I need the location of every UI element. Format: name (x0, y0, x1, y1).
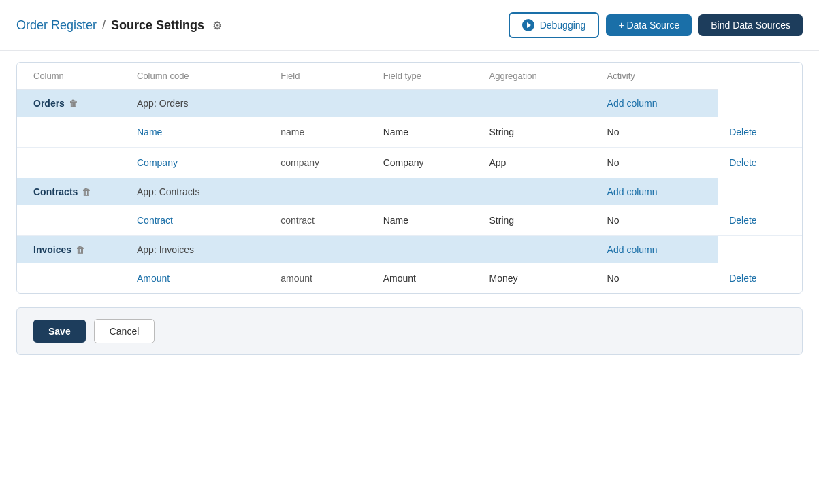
play-icon (522, 19, 534, 31)
table-row: Name name Name String No Delete (17, 117, 802, 148)
add-column-link[interactable]: Add column (607, 186, 658, 197)
column-name[interactable]: Name (137, 127, 162, 137)
column-name[interactable]: Contract (137, 215, 173, 226)
debugging-label: Debugging (540, 20, 586, 31)
aggregation-value: No (596, 263, 719, 293)
group-name: Contracts🗑 (33, 186, 115, 197)
delete-link[interactable]: Delete (729, 157, 756, 168)
add-data-source-button[interactable]: + Data Source (606, 14, 692, 36)
field-type-value: Money (479, 263, 596, 293)
breadcrumb: Order Register / Source Settings ⚙ (16, 18, 222, 33)
table-row: Amount amount Amount Money No Delete (17, 263, 802, 293)
group-row: Orders🗑 App: Orders Add column (17, 90, 802, 118)
group-delete-icon[interactable]: 🗑 (82, 187, 91, 197)
add-column-link[interactable]: Add column (607, 98, 658, 109)
field-value: Name (372, 117, 479, 148)
field-type-value: App (479, 148, 596, 178)
group-name: Invoices🗑 (33, 244, 115, 255)
bind-data-sources-button[interactable]: Bind Data Sources (698, 14, 803, 36)
delete-link[interactable]: Delete (729, 215, 756, 226)
column-code: name (270, 117, 372, 148)
field-value: Amount (372, 263, 479, 293)
add-column-link[interactable]: Add column (607, 244, 658, 255)
breadcrumb-app[interactable]: Order Register (16, 18, 97, 33)
delete-link[interactable]: Delete (729, 273, 756, 284)
col-header-field-type: Field type (372, 63, 479, 90)
footer-bar: Save Cancel (16, 307, 803, 355)
column-code: contract (270, 205, 372, 236)
group-app-label: App: Invoices (126, 236, 270, 264)
group-delete-icon[interactable]: 🗑 (69, 99, 78, 109)
breadcrumb-separator: / (102, 18, 106, 33)
col-header-aggregation: Aggregation (479, 63, 596, 90)
aggregation-value: No (596, 205, 719, 236)
page-title: Source Settings (111, 18, 204, 33)
debugging-button[interactable]: Debugging (509, 12, 600, 38)
group-name: Orders🗑 (33, 98, 115, 109)
column-name[interactable]: Amount (137, 273, 170, 284)
col-header-field: Field (270, 63, 372, 90)
group-app-label: App: Contracts (126, 178, 270, 206)
main-content: Column Column code Field Field type Aggr… (0, 62, 819, 371)
col-header-column-code: Column code (126, 63, 270, 90)
column-code: company (270, 148, 372, 178)
cancel-button[interactable]: Cancel (94, 319, 155, 343)
group-app-label: App: Orders (126, 90, 270, 118)
source-settings-table: Column Column code Field Field type Aggr… (16, 62, 803, 294)
column-name[interactable]: Company (137, 157, 178, 168)
aggregation-value: No (596, 117, 719, 148)
col-header-activity: Activity (596, 63, 719, 90)
table-row: Company company Company App No Delete (17, 148, 802, 178)
table-row: Contract contract Name String No Delete (17, 205, 802, 236)
table-header-row: Column Column code Field Field type Aggr… (17, 63, 802, 90)
header-actions: Debugging + Data Source Bind Data Source… (509, 12, 803, 38)
column-code: amount (270, 263, 372, 293)
settings-icon[interactable]: ⚙ (212, 19, 222, 32)
col-header-column: Column (17, 63, 126, 90)
group-row: Invoices🗑 App: Invoices Add column (17, 236, 802, 264)
delete-link[interactable]: Delete (729, 127, 756, 137)
save-button[interactable]: Save (33, 320, 86, 343)
group-delete-icon[interactable]: 🗑 (76, 245, 84, 255)
field-value: Company (372, 148, 479, 178)
page-header: Order Register / Source Settings ⚙ Debug… (0, 0, 819, 51)
group-row: Contracts🗑 App: Contracts Add column (17, 178, 802, 206)
field-type-value: String (479, 205, 596, 236)
field-value: Name (372, 205, 479, 236)
aggregation-value: No (596, 148, 719, 178)
field-type-value: String (479, 117, 596, 148)
